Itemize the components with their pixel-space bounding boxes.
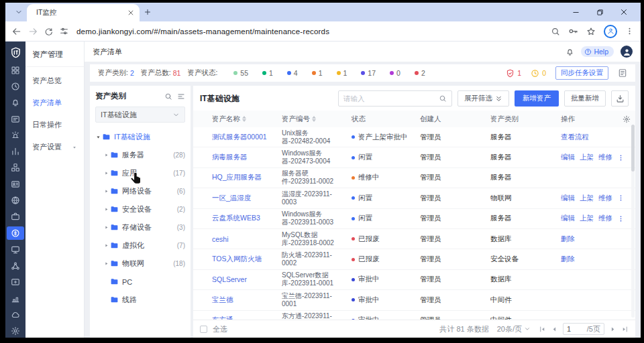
- tree-item-0[interactable]: IT基础设施: [90, 128, 191, 146]
- forward-icon[interactable]: [28, 27, 38, 36]
- tree-item-8[interactable]: PC: [90, 273, 191, 291]
- column-header-1[interactable]: 资产编号: [282, 115, 352, 124]
- action-link-上架[interactable]: 上架: [580, 153, 594, 162]
- page-number-input[interactable]: 1 /5页: [563, 323, 604, 335]
- notification-bell-icon[interactable]: [566, 48, 574, 56]
- password-key-icon[interactable]: [568, 26, 578, 36]
- caret-right-icon[interactable]: [102, 188, 110, 194]
- caret-down-icon[interactable]: [94, 134, 102, 140]
- search-icon[interactable]: [439, 94, 447, 102]
- action-link-查看流程[interactable]: 查看流程: [561, 133, 589, 142]
- asset-name-link[interactable]: ceshi: [212, 235, 229, 243]
- action-link-上架[interactable]: 上架: [580, 214, 594, 223]
- column-settings-gear-icon[interactable]: [618, 115, 635, 123]
- category-search-icon[interactable]: [164, 92, 172, 100]
- asset-name-link[interactable]: 病毒服务器: [212, 153, 248, 161]
- user-avatar[interactable]: [621, 46, 633, 58]
- sync-task-settings-button[interactable]: 同步任务设置: [555, 66, 608, 80]
- download-icon[interactable]: [611, 90, 629, 107]
- last-page-icon[interactable]: [621, 326, 629, 333]
- batch-add-button[interactable]: 批量新增: [564, 90, 606, 107]
- table-scrollbar[interactable]: [631, 125, 635, 318]
- tree-item-7[interactable]: 物联网(18): [90, 255, 191, 273]
- list-card-icon[interactable]: [5, 113, 25, 125]
- asset-name-link[interactable]: 一区_温湿度: [212, 194, 251, 202]
- next-page-icon[interactable]: [609, 326, 616, 333]
- nav-item-0[interactable]: 资产总览: [25, 70, 84, 92]
- column-header-0[interactable]: 资产名称: [212, 115, 282, 124]
- more-actions-icon[interactable]: [617, 194, 625, 202]
- first-page-icon[interactable]: [539, 326, 546, 333]
- action-link-编辑[interactable]: 编辑: [561, 214, 575, 223]
- card-plus-icon[interactable]: [5, 276, 25, 289]
- briefcase-icon[interactable]: [5, 210, 25, 223]
- window-minimize-button[interactable]: [567, 5, 584, 19]
- category-dropdown[interactable]: IT基础设施: [95, 107, 185, 123]
- id-card-icon[interactable]: [5, 178, 25, 190]
- per-page-select[interactable]: 20条/页: [497, 324, 531, 334]
- bookmark-star-icon[interactable]: [586, 27, 596, 36]
- expand-filter-button[interactable]: 展开筛选: [458, 90, 509, 107]
- nav-item-2[interactable]: 日常操作: [25, 114, 84, 136]
- window-close-button[interactable]: [615, 5, 633, 19]
- action-link-维修[interactable]: 维修: [598, 194, 612, 203]
- action-link-删除[interactable]: 删除: [561, 255, 575, 264]
- caret-right-icon[interactable]: [102, 243, 110, 249]
- action-link-维修[interactable]: 维修: [598, 214, 612, 223]
- caret-right-icon[interactable]: [102, 206, 110, 212]
- tab-close-icon[interactable]: [127, 9, 134, 16]
- bar-chart-icon[interactable]: [5, 145, 25, 157]
- action-link-编辑[interactable]: 编辑: [561, 194, 575, 203]
- tree-item-6[interactable]: 虚拟化(7): [90, 236, 191, 255]
- add-asset-button[interactable]: 新增资产: [515, 90, 559, 107]
- tab-search-button[interactable]: [11, 5, 27, 19]
- refresh-icon[interactable]: [44, 27, 53, 36]
- nav-item-3[interactable]: 资产设置: [25, 136, 84, 158]
- tree-item-5[interactable]: 存储设备(3): [90, 218, 191, 236]
- asset-name-link[interactable]: TOS入网防火墙: [212, 255, 262, 263]
- more-actions-icon[interactable]: [617, 215, 625, 222]
- back-icon[interactable]: [12, 27, 21, 36]
- action-link-编辑[interactable]: 编辑: [561, 153, 575, 162]
- tree-item-4[interactable]: 安全设备(2): [90, 200, 191, 218]
- dashboard-grid-icon[interactable]: [5, 64, 25, 76]
- settings-gear-icon[interactable]: [5, 325, 25, 338]
- caret-right-icon[interactable]: [102, 224, 110, 230]
- site-info-icon[interactable]: [60, 27, 68, 36]
- bell-icon[interactable]: [5, 96, 25, 109]
- clock-icon[interactable]: [5, 80, 25, 92]
- asset-search-input[interactable]: [343, 94, 435, 102]
- caret-right-icon[interactable]: [102, 170, 110, 176]
- report-chart-icon[interactable]: [5, 292, 25, 305]
- topology-nodes-icon[interactable]: [5, 259, 25, 272]
- action-link-删除[interactable]: 删除: [561, 234, 575, 244]
- more-actions-icon[interactable]: [617, 154, 625, 161]
- task-log-icon[interactable]: [618, 68, 627, 78]
- caret-right-icon[interactable]: [102, 261, 110, 267]
- asset-management-icon[interactable]: [7, 226, 24, 240]
- asset-name-link[interactable]: 测试服务器00001: [212, 133, 267, 141]
- browser-menu-icon[interactable]: [625, 27, 634, 36]
- browser-tab[interactable]: IT监控: [27, 4, 140, 21]
- nav-item-1[interactable]: 资产清单: [25, 92, 84, 114]
- monitor-icon[interactable]: [5, 243, 25, 256]
- url-text[interactable]: demo.jiankongyi.com/#/main/assets-manage…: [76, 27, 329, 36]
- window-maximize-button[interactable]: [591, 5, 608, 19]
- new-tab-button[interactable]: [140, 4, 156, 20]
- tree-item-9[interactable]: 线路: [90, 291, 191, 309]
- caret-right-icon[interactable]: [102, 152, 110, 158]
- asset-name-link[interactable]: HQ_应用服务器: [212, 173, 262, 181]
- asset-name-link[interactable]: 宝兰德: [212, 295, 233, 303]
- zoom-icon[interactable]: [551, 27, 560, 36]
- alarm-icon[interactable]: [5, 129, 25, 141]
- sort-icon[interactable]: [242, 116, 246, 122]
- select-all-checkbox[interactable]: [200, 326, 207, 333]
- asset-name-link[interactable]: 云盘系统WEB3: [212, 214, 260, 222]
- action-link-维修[interactable]: 维修: [598, 153, 612, 162]
- category-collapse-icon[interactable]: [177, 92, 185, 100]
- sort-icon[interactable]: [312, 116, 316, 122]
- prev-page-icon[interactable]: [551, 326, 558, 333]
- action-link-上架[interactable]: 上架: [580, 194, 594, 203]
- app-squares-icon[interactable]: [5, 161, 25, 174]
- tree-item-1[interactable]: 服务器(28): [90, 146, 191, 164]
